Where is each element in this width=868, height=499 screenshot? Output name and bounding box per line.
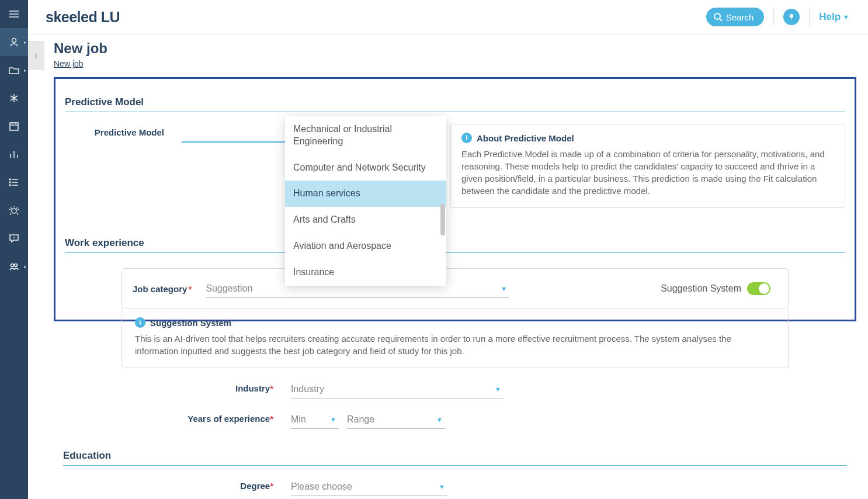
info-icon: i bbox=[461, 133, 472, 143]
sidebar-item-calendar[interactable] bbox=[0, 112, 28, 140]
job-category-row: Job category* Suggestion ▼ Suggestion Sy… bbox=[121, 268, 789, 309]
sidebar-item-folder[interactable]: ▸ bbox=[0, 56, 28, 84]
info-panel-title: About Predictive Model bbox=[477, 133, 574, 143]
chevron-right-icon: ▸ bbox=[24, 68, 26, 73]
degree-select[interactable]: Please choose ▼ bbox=[291, 477, 447, 496]
chevron-right-icon: ▸ bbox=[24, 264, 26, 269]
help-menu[interactable]: Help ▼ bbox=[819, 11, 849, 23]
suggestion-toggle-label: Suggestion System bbox=[661, 283, 741, 294]
dropdown-option[interactable]: Aviation and Aerospace bbox=[285, 233, 446, 259]
sidebar: ▸ ▸ ▸ bbox=[0, 0, 28, 499]
suggestion-system-callout: i Suggestion System This is an AI-driven… bbox=[121, 309, 789, 368]
dropdown-option[interactable]: Arts and Crafts bbox=[285, 207, 446, 233]
section-heading-education: Education bbox=[63, 450, 847, 466]
user-icon bbox=[8, 36, 20, 48]
lightbulb-icon bbox=[787, 13, 796, 21]
svg-rect-1 bbox=[10, 123, 18, 130]
breadcrumb[interactable]: New job bbox=[54, 59, 84, 68]
toggle-knob bbox=[759, 283, 769, 294]
svg-point-7 bbox=[15, 264, 18, 267]
dropdown-option[interactable]: Computer and Network Security bbox=[285, 155, 446, 181]
yoe-range-select[interactable]: Range ▼ bbox=[347, 410, 445, 429]
page-title: New job bbox=[54, 40, 856, 57]
search-icon bbox=[713, 12, 723, 22]
sidebar-item-list[interactable] bbox=[0, 168, 28, 196]
topbar: skeeled LU Search Help ▼ bbox=[28, 0, 868, 34]
svg-point-2 bbox=[9, 179, 11, 180]
degree-label: Degree* bbox=[63, 477, 291, 491]
list-icon bbox=[8, 176, 20, 188]
svg-point-5 bbox=[12, 209, 16, 213]
section-heading-predictive: Predictive Model bbox=[65, 96, 845, 112]
group-icon bbox=[8, 261, 20, 272]
suggestion-toggle[interactable] bbox=[747, 282, 770, 295]
yoe-label: Years of experience* bbox=[63, 410, 291, 424]
predictive-model-info-panel: i About Predictive Model Each Predictive… bbox=[450, 124, 845, 208]
sidebar-item-user[interactable]: ▸ bbox=[0, 28, 28, 56]
svg-point-8 bbox=[714, 13, 720, 19]
search-button-label: Search bbox=[726, 12, 754, 22]
folder-icon bbox=[8, 64, 20, 76]
predictive-model-dropdown: Mechanical or Industrial EngineeringComp… bbox=[285, 116, 446, 286]
caret-down-icon: ▼ bbox=[843, 13, 849, 20]
sidebar-item-menu[interactable] bbox=[0, 0, 28, 28]
yoe-min-select[interactable]: Min ▼ bbox=[291, 410, 339, 429]
info-panel-body: Each Predictive Model is made up of a co… bbox=[461, 148, 834, 197]
svg-point-0 bbox=[12, 39, 16, 43]
divider bbox=[809, 8, 810, 26]
predictive-model-label: Predictive Model bbox=[65, 124, 182, 137]
svg-point-4 bbox=[9, 185, 11, 186]
section-heading-work-exp: Work experience bbox=[65, 237, 845, 253]
bar-chart-icon bbox=[8, 148, 20, 160]
sidebar-item-comment[interactable] bbox=[0, 224, 28, 252]
job-category-label: Job category* bbox=[133, 284, 192, 294]
asterisk-icon bbox=[8, 92, 20, 104]
comment-icon bbox=[8, 233, 20, 244]
callout-title: Suggestion System bbox=[150, 318, 231, 328]
brand-logo: skeeled LU bbox=[46, 9, 120, 26]
info-icon: i bbox=[135, 317, 145, 328]
sidebar-item-group[interactable]: ▸ bbox=[0, 252, 28, 280]
caret-down-icon: ▼ bbox=[495, 386, 501, 393]
svg-point-3 bbox=[9, 182, 11, 183]
bug-icon bbox=[8, 205, 20, 216]
dropdown-option[interactable]: Human services bbox=[285, 181, 446, 207]
sidebar-item-bug[interactable] bbox=[0, 196, 28, 224]
dropdown-option[interactable]: Insurance bbox=[285, 259, 446, 286]
industry-select[interactable]: Industry ▼ bbox=[291, 380, 504, 398]
callout-body: This is an AI-driven tool that helps rec… bbox=[135, 332, 775, 357]
caret-down-icon: ▼ bbox=[501, 285, 507, 292]
industry-placeholder: Industry bbox=[291, 384, 324, 394]
main-content: New job New job Predictive Model Predict… bbox=[28, 34, 868, 499]
dropdown-option[interactable]: Mechanical or Industrial Engineering bbox=[285, 116, 446, 155]
menu-icon bbox=[8, 8, 20, 20]
help-label: Help bbox=[819, 11, 841, 23]
caret-down-icon: ▼ bbox=[330, 416, 336, 423]
degree-placeholder: Please choose bbox=[291, 481, 352, 492]
svg-point-6 bbox=[11, 264, 14, 267]
chevron-right-icon: ▸ bbox=[24, 40, 26, 45]
tips-button[interactable] bbox=[783, 9, 800, 25]
search-button[interactable]: Search bbox=[706, 8, 765, 26]
scrollbar-thumb[interactable] bbox=[440, 204, 445, 235]
yoe-min-placeholder: Min bbox=[291, 414, 306, 425]
divider bbox=[773, 8, 774, 26]
sidebar-item-asterisk[interactable] bbox=[0, 84, 28, 112]
caret-down-icon: ▼ bbox=[436, 416, 443, 423]
caret-down-icon: ▼ bbox=[439, 483, 445, 490]
calendar-icon bbox=[8, 120, 20, 132]
job-category-placeholder: Suggestion bbox=[206, 283, 252, 294]
industry-label: Industry* bbox=[63, 380, 291, 393]
sidebar-item-analytics[interactable] bbox=[0, 140, 28, 168]
yoe-range-placeholder: Range bbox=[347, 414, 374, 425]
